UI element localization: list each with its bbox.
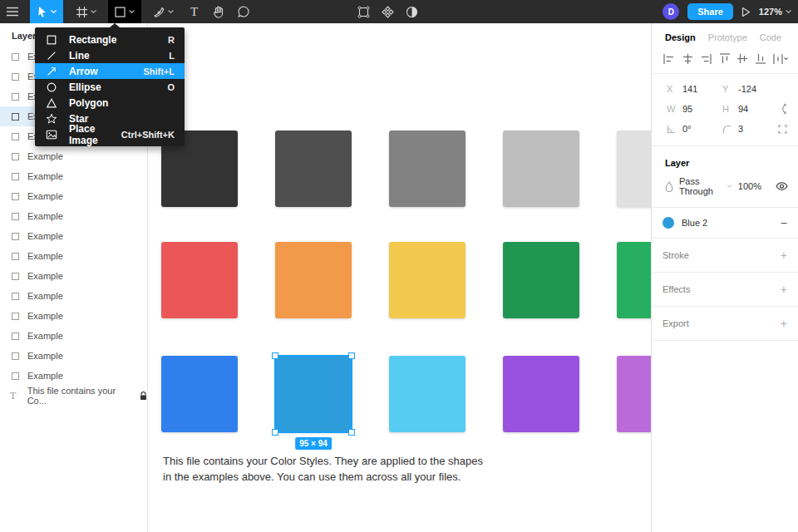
layer-row[interactable]: Example — [0, 366, 147, 386]
shape-menu-item[interactable]: Ellipse O — [35, 79, 185, 95]
shape-menu-item[interactable]: Rectangle R — [35, 32, 185, 47]
inspector-tab[interactable]: Design — [665, 32, 696, 42]
layer-name: Example — [27, 151, 63, 161]
align-v-center-icon[interactable] — [737, 53, 747, 64]
align-top-icon[interactable] — [720, 53, 730, 64]
inspector-section-row[interactable]: Stroke + — [652, 239, 798, 273]
layer-row[interactable]: Example — [0, 146, 147, 166]
mask-icon[interactable] — [406, 6, 418, 18]
polygon-icon — [45, 97, 58, 109]
layer-row-text[interactable]: T This file contains your Co... — [0, 386, 147, 406]
edit-object-icon[interactable] — [357, 6, 370, 18]
constrain-proportions-icon[interactable] — [780, 103, 787, 115]
shape-menu-item-label: Arrow — [69, 66, 143, 77]
layer-row[interactable]: Example — [0, 226, 147, 246]
frame-tool-button[interactable] — [70, 0, 103, 23]
rectangle-layer-icon — [12, 273, 19, 280]
canvas[interactable]: 95 × 94 This file contains your Color St… — [148, 23, 651, 532]
opacity-field[interactable]: 100% — [738, 181, 761, 191]
fill-color-swatch[interactable] — [663, 217, 674, 229]
corner-radius-field[interactable]: 3 — [738, 124, 778, 134]
main-menu-button[interactable] — [0, 0, 25, 23]
zoom-control[interactable]: 127% — [759, 7, 791, 17]
layer-row[interactable]: Example — [0, 326, 147, 346]
place-image-icon — [45, 129, 58, 140]
visibility-eye-icon[interactable] — [776, 182, 788, 190]
pen-tool-button[interactable] — [146, 0, 180, 23]
toolbar-center-group — [357, 0, 418, 23]
layer-row[interactable]: Example — [0, 346, 147, 366]
remove-fill-icon[interactable]: − — [781, 217, 787, 229]
chevron-down-icon — [786, 10, 791, 13]
color-swatch[interactable] — [389, 356, 466, 432]
shape-menu-item[interactable]: Polygon — [35, 95, 185, 111]
layer-row[interactable]: Example — [0, 186, 147, 206]
inspector-section-row[interactable]: Export + — [652, 307, 798, 341]
rectangle-icon — [45, 34, 58, 46]
lock-icon[interactable] — [140, 392, 147, 401]
layer-row[interactable]: Example — [0, 306, 147, 326]
layer-row[interactable]: Example — [0, 206, 147, 226]
inspector-section-row[interactable]: Effects + — [652, 273, 798, 307]
height-label: H — [722, 104, 733, 114]
color-swatch[interactable] — [503, 242, 579, 318]
height-field[interactable]: 94 — [738, 104, 778, 114]
align-right-icon[interactable] — [701, 54, 712, 64]
text-tool-button[interactable]: T — [185, 0, 203, 23]
layer-name: Example — [27, 231, 63, 241]
x-field[interactable]: 141 — [682, 84, 722, 94]
color-swatch[interactable] — [503, 356, 579, 432]
color-swatch[interactable] — [275, 356, 352, 432]
play-icon[interactable] — [741, 7, 751, 17]
menu-icon — [7, 7, 18, 17]
shape-menu-item[interactable]: Place Image Ctrl+Shift+K — [35, 126, 185, 142]
move-tool-icon — [37, 6, 47, 17]
shape-menu-item[interactable]: Line L — [35, 47, 185, 63]
align-h-center-icon[interactable] — [682, 54, 693, 64]
color-swatch[interactable] — [275, 131, 352, 207]
color-swatch[interactable] — [161, 242, 238, 318]
rectangle-layer-icon — [12, 293, 19, 300]
align-bottom-icon[interactable] — [756, 53, 766, 64]
color-swatch[interactable] — [389, 242, 466, 318]
shape-tool-menu: Rectangle R Line L Arrow Shift+L Ellipse… — [35, 27, 185, 146]
color-swatch[interactable] — [275, 242, 352, 318]
layer-name: Example — [27, 311, 63, 321]
inspector-tab[interactable]: Code — [760, 32, 781, 42]
layer-row[interactable]: Example — [0, 166, 147, 186]
layer-row[interactable]: Example — [0, 246, 147, 266]
layer-row[interactable]: Example — [0, 266, 147, 286]
rectangle-layer-icon — [12, 133, 19, 140]
alignment-toolbar — [652, 42, 798, 74]
hand-tool-button[interactable] — [208, 0, 229, 23]
align-left-icon[interactable] — [663, 54, 674, 64]
distribute-icon[interactable] — [773, 54, 788, 64]
shape-menu-item-label: Place Image — [69, 123, 121, 146]
color-swatch[interactable] — [389, 131, 466, 207]
layer-blend-row: Pass Through 100% — [652, 168, 798, 208]
x-label: X — [667, 84, 677, 94]
rectangle-layer-icon — [12, 352, 19, 360]
blend-mode-select[interactable]: Pass Through — [679, 176, 732, 196]
comment-tool-button[interactable] — [233, 0, 254, 23]
component-icon[interactable] — [382, 6, 394, 18]
layer-name: Example — [27, 371, 63, 381]
independent-corners-icon[interactable] — [778, 125, 787, 134]
rotation-field[interactable]: 0° — [682, 124, 722, 134]
fill-style-name: Blue 2 — [682, 218, 707, 228]
rectangle-layer-icon — [12, 193, 19, 200]
color-swatch[interactable] — [503, 131, 579, 207]
y-field[interactable]: -124 — [738, 84, 778, 94]
color-swatch[interactable] — [161, 356, 238, 432]
inspector-tab[interactable]: Prototype — [708, 32, 747, 42]
width-label: W — [667, 104, 677, 114]
layer-row[interactable]: Example — [0, 286, 147, 306]
move-tool-button[interactable] — [30, 0, 63, 23]
shape-menu-item[interactable]: Arrow Shift+L — [35, 63, 185, 79]
avatar[interactable]: D — [663, 3, 679, 20]
share-button[interactable]: Share — [687, 3, 733, 20]
shape-tool-button[interactable] — [108, 0, 141, 23]
layer-name: Example — [27, 211, 63, 221]
layer-name: Example — [27, 291, 63, 301]
width-field[interactable]: 95 — [682, 104, 722, 114]
